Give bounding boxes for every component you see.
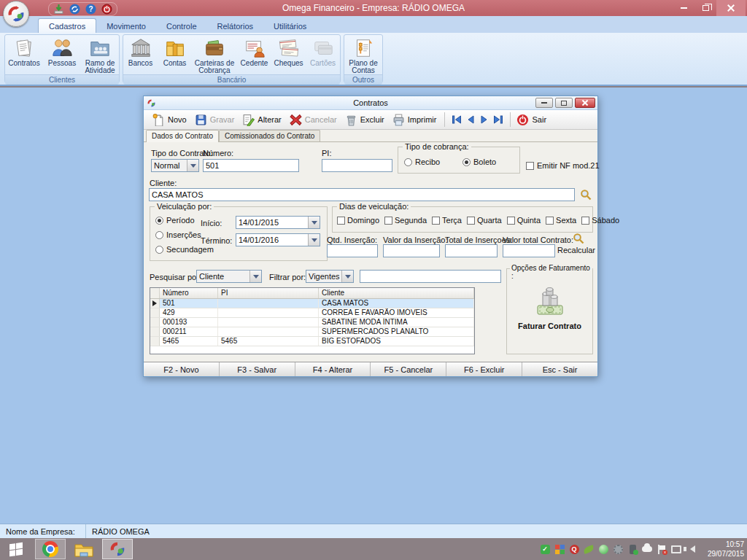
tray-sync-gear-icon[interactable] bbox=[613, 544, 623, 554]
table-row[interactable]: 429 CORREA E FAVARÃO IMÓVEIS bbox=[150, 308, 474, 318]
taskbar-clock[interactable]: 10:57 29/07/2015 bbox=[697, 540, 744, 559]
next-record-icon[interactable] bbox=[479, 114, 490, 125]
termino-date-combobox[interactable]: 14/01/2016 bbox=[236, 233, 320, 246]
cliente-field[interactable] bbox=[149, 188, 575, 201]
power-icon[interactable] bbox=[101, 4, 112, 15]
cliente-search-icon[interactable] bbox=[580, 189, 592, 201]
tipo-contrato-combobox[interactable]: Normal bbox=[151, 159, 199, 172]
last-record-icon[interactable] bbox=[492, 114, 504, 125]
chevron-down-icon[interactable] bbox=[341, 271, 353, 282]
inicio-date-combobox[interactable]: 14/01/2015 bbox=[236, 216, 320, 229]
sair-button[interactable]: Sair bbox=[514, 112, 551, 128]
recibo-radio[interactable]: Recibo bbox=[404, 158, 440, 166]
boleto-radio[interactable]: Boleto bbox=[462, 158, 496, 166]
qtd-insercao-field[interactable] bbox=[327, 244, 378, 257]
pi-field[interactable] bbox=[322, 159, 392, 172]
fkey-f6-excluir[interactable]: F6 - Excluir bbox=[446, 362, 522, 376]
tray-leaf-icon[interactable] bbox=[584, 544, 594, 554]
sync-icon[interactable] bbox=[69, 4, 80, 15]
table-row[interactable]: 000193 SABATINE MODA ÍNTIMA bbox=[150, 318, 474, 327]
weekday-checkbox-quinta[interactable]: Quinta bbox=[507, 216, 541, 225]
table-row[interactable]: 5465 5465 BIG ESTOFADOS bbox=[150, 337, 474, 346]
tab-dados-do-contrato[interactable]: Dados do Contrato bbox=[146, 130, 219, 142]
ribbon-button-carteiras-de-cobranca[interactable]: Carteiras de Cobrança bbox=[192, 36, 237, 74]
ribbon-button-pessoas[interactable]: Pessoas bbox=[43, 36, 81, 67]
ribbon-button-cedente[interactable]: Cedente bbox=[237, 36, 271, 67]
table-row[interactable]: 000211 SUPERMERCADOS PLANALTO bbox=[150, 327, 474, 337]
tab-comissionados-do-contrato[interactable]: Comissionados do Contrato bbox=[219, 130, 320, 141]
fkey-f5-cancelar[interactable]: F5 - Cancelar bbox=[371, 362, 446, 376]
tray-green-ball-icon[interactable] bbox=[598, 544, 608, 554]
tray-phone-check-icon[interactable] bbox=[627, 544, 638, 554]
install-icon[interactable] bbox=[53, 4, 64, 15]
previous-record-icon[interactable] bbox=[465, 114, 476, 125]
periodo-radio[interactable]: Período bbox=[155, 216, 195, 225]
dialog-minimize-button[interactable] bbox=[535, 98, 553, 108]
tray-colored-grid-icon[interactable] bbox=[554, 544, 565, 554]
weekday-checkbox-segunda[interactable]: Segunda bbox=[384, 216, 427, 225]
recalcular-icon[interactable] bbox=[573, 233, 584, 244]
valor-total-field[interactable] bbox=[503, 244, 555, 257]
taskbar-omega-button[interactable] bbox=[102, 539, 133, 559]
faturar-contrato-button[interactable]: Faturar Contrato bbox=[507, 285, 592, 330]
tray-cloud-icon[interactable] bbox=[642, 544, 652, 554]
tab-controle[interactable]: Controle bbox=[156, 19, 207, 33]
ribbon-button-cheques[interactable]: Cheques bbox=[271, 36, 306, 67]
ribbon-button-contratos[interactable]: Contratos bbox=[5, 36, 43, 67]
tab-utilitarios[interactable]: Utilitários bbox=[263, 19, 317, 33]
filtrar-combobox[interactable]: Vigentes bbox=[306, 270, 354, 283]
ribbon-button-plano-de-contas[interactable]: Plano de Contas bbox=[344, 36, 382, 74]
numero-field[interactable] bbox=[203, 159, 299, 172]
help-icon[interactable]: ? bbox=[85, 4, 96, 15]
pesquisar-combobox[interactable]: Cliente bbox=[196, 270, 262, 283]
close-button[interactable] bbox=[716, 0, 746, 16]
fkey-f2-novo[interactable]: F2 - Novo bbox=[144, 362, 220, 376]
chevron-down-icon[interactable] bbox=[249, 271, 261, 282]
tray-action-center-flag-icon[interactable]: x bbox=[657, 544, 667, 554]
weekday-checkbox-terca[interactable]: Terça bbox=[432, 216, 462, 225]
weekday-checkbox-sexta[interactable]: Sexta bbox=[546, 216, 576, 225]
tab-cadastros[interactable]: Cadastros bbox=[38, 18, 96, 33]
valor-insercao-field[interactable] bbox=[383, 244, 440, 257]
emitir-nf-checkbox[interactable]: Emitir NF mod.21 bbox=[526, 161, 600, 170]
taskbar-explorer-button[interactable] bbox=[69, 539, 99, 559]
excluir-button[interactable]: Excluir bbox=[342, 112, 390, 128]
taskbar-chrome-button[interactable] bbox=[35, 539, 66, 559]
fkey-f3-salvar[interactable]: F3 - Salvar bbox=[220, 362, 295, 376]
chevron-down-icon[interactable] bbox=[308, 234, 320, 246]
tab-movimento[interactable]: Movimento bbox=[96, 19, 156, 33]
tab-relatorios[interactable]: Relátorios bbox=[207, 19, 264, 33]
chevron-down-icon[interactable] bbox=[308, 217, 320, 228]
dialog-titlebar[interactable]: Contratos bbox=[144, 96, 597, 110]
first-record-icon[interactable] bbox=[451, 114, 462, 125]
weekday-checkbox-domingo[interactable]: Domingo bbox=[337, 216, 379, 225]
minimize-button[interactable] bbox=[673, 0, 694, 16]
insercoes-radio[interactable]: Inserções bbox=[155, 230, 201, 239]
ribbon-button-ramo-de-atividade[interactable]: Ramo de Atividade bbox=[81, 36, 119, 74]
ribbon-button-contas[interactable]: Contas bbox=[158, 36, 192, 67]
app-logo-button[interactable] bbox=[3, 1, 29, 27]
dialog-close-button[interactable] bbox=[575, 98, 595, 108]
fkey-esc-sair[interactable]: Esc - Sair bbox=[522, 362, 597, 376]
table-row[interactable]: 501 CASA MATOS bbox=[150, 299, 474, 308]
total-insercoes-field[interactable] bbox=[445, 244, 498, 257]
alterar-button[interactable]: Alterar bbox=[239, 112, 286, 128]
tray-network-icon[interactable] bbox=[671, 544, 681, 554]
start-button[interactable] bbox=[0, 538, 32, 560]
novo-button[interactable]: Novo bbox=[150, 112, 192, 128]
restore-button[interactable] bbox=[694, 0, 716, 16]
column-header-pi[interactable]: PI bbox=[218, 288, 319, 298]
tray-red-app-icon[interactable]: Q bbox=[569, 544, 579, 554]
filter-text-field[interactable] bbox=[360, 270, 501, 283]
secundagem-radio[interactable]: Secundagem bbox=[155, 245, 214, 254]
tray-antivirus-icon[interactable]: ✓ bbox=[540, 544, 550, 554]
column-header-cliente[interactable]: Cliente bbox=[319, 288, 474, 298]
dialog-maximize-button[interactable] bbox=[555, 98, 573, 108]
weekday-checkbox-quarta[interactable]: Quarta bbox=[467, 216, 502, 225]
weekday-checkbox-sabado[interactable]: Sábado bbox=[581, 216, 619, 225]
ribbon-button-bancos[interactable]: Bancos bbox=[123, 36, 158, 67]
fkey-f4-alterar[interactable]: F4 - Alterar bbox=[295, 362, 371, 376]
chevron-down-icon[interactable] bbox=[187, 160, 198, 171]
column-header-numero[interactable]: Número bbox=[160, 288, 218, 298]
tray-volume-icon[interactable] bbox=[686, 544, 696, 554]
